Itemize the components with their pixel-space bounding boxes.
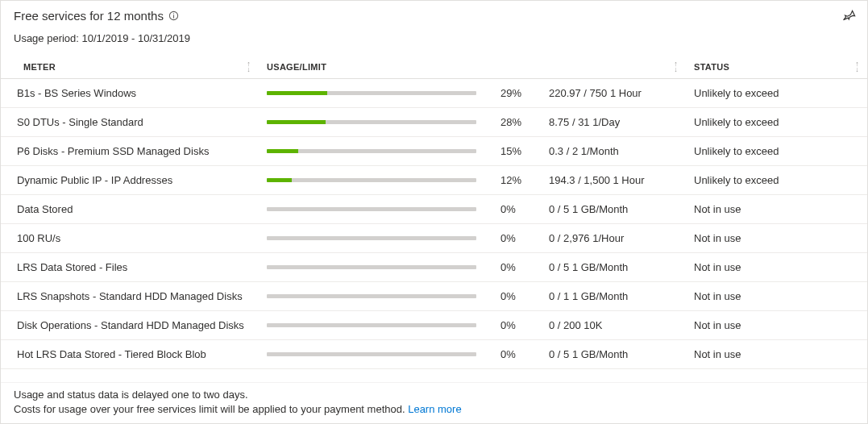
percent-cell: 0% [492, 340, 541, 369]
table-row: Disk Operations - Standard HDD Managed D… [1, 311, 867, 340]
column-label: Meter [23, 62, 56, 72]
progress-bar [267, 91, 476, 95]
column-header-meter[interactable]: Meter ↑↓ [1, 56, 259, 79]
table-row: LRS Data Stored - Files0%0 / 5 1 GB/Mont… [1, 253, 867, 282]
usage-cell: 220.97 / 750 1 Hour [541, 79, 686, 108]
progress-bar [267, 149, 476, 153]
svg-point-2 [173, 13, 174, 14]
progress-bar [267, 352, 476, 356]
footer-line1: Usage and status data is delayed one to … [14, 388, 854, 402]
progress-fill [267, 120, 326, 124]
table-row: LRS Snapshots - Standard HDD Managed Dis… [1, 282, 867, 311]
status-cell: Not in use [686, 224, 867, 253]
panel-header: Free services for 12 months Usage period… [1, 1, 867, 48]
percent-cell: 0% [492, 224, 541, 253]
table-row: P6 Disks - Premium SSD Managed Disks15%0… [1, 137, 867, 166]
meter-cell: Hot LRS Data Stored - Tiered Block Blob [1, 340, 259, 369]
percent-cell: 0% [492, 282, 541, 311]
progress-bar [267, 178, 476, 182]
table-row: Dynamic Public IP - IP Addresses12%194.3… [1, 166, 867, 195]
progress-bar [267, 120, 476, 124]
table-row: S0 DTUs - Single Standard28%8.75 / 31 1/… [1, 108, 867, 137]
progress-bar [267, 323, 476, 327]
learn-more-link[interactable]: Learn more [408, 403, 461, 415]
meter-cell: LRS Data Stored - Files [1, 253, 259, 282]
meter-cell: S0 DTUs - Single Standard [1, 108, 259, 137]
table-row: Hot LRS Data Stored - Tiered Block Blob0… [1, 340, 867, 369]
percent-cell: 0% [492, 311, 541, 340]
usage-period: Usage period: 10/1/2019 - 10/31/2019 [14, 32, 854, 44]
progress-fill [267, 91, 327, 95]
usage-cell: 0 / 5 1 GB/Month [541, 340, 686, 369]
status-cell: Not in use [686, 340, 867, 369]
meter-cell: P6 Disks - Premium SSD Managed Disks [1, 137, 259, 166]
usage-cell: 194.3 / 1,500 1 Hour [541, 166, 686, 195]
progress-cell [259, 166, 492, 195]
usage-cell: 0.3 / 2 1/Month [541, 137, 686, 166]
progress-bar [267, 236, 476, 240]
pin-icon[interactable] [843, 9, 856, 22]
meter-cell: Disk Operations - Standard HDD Managed D… [1, 311, 259, 340]
progress-cell [259, 137, 492, 166]
status-cell: Not in use [686, 253, 867, 282]
progress-cell [259, 340, 492, 369]
percent-cell: 15% [492, 137, 541, 166]
panel-footer: Usage and status data is delayed one to … [1, 382, 867, 423]
sort-icon: ↑↓ [855, 61, 859, 73]
percent-cell: 28% [492, 108, 541, 137]
progress-cell [259, 195, 492, 224]
status-cell: Unlikely to exceed [686, 166, 867, 195]
progress-cell [259, 282, 492, 311]
usage-cell: 0 / 5 1 GB/Month [541, 195, 686, 224]
progress-fill [267, 178, 292, 182]
progress-cell [259, 79, 492, 108]
progress-cell [259, 253, 492, 282]
progress-cell [259, 224, 492, 253]
footer-line2: Costs for usage over your free services … [14, 402, 854, 417]
table-row: Data Stored0%0 / 5 1 GB/MonthNot in use [1, 195, 867, 224]
status-cell: Not in use [686, 282, 867, 311]
footer-line2-text: Costs for usage over your free services … [14, 403, 408, 415]
progress-bar [267, 265, 476, 269]
meter-cell: LRS Snapshots - Standard HDD Managed Dis… [1, 282, 259, 311]
status-cell: Unlikely to exceed [686, 108, 867, 137]
column-header-status[interactable]: Status ↑↓ [686, 56, 867, 79]
progress-fill [267, 149, 298, 153]
column-label: Usage/Limit [267, 62, 326, 72]
meter-cell: Data Stored [1, 195, 259, 224]
column-label: Status [694, 62, 729, 72]
table-scroll-area[interactable]: Meter ↑↓ Usage/Limit ↑↓ Status ↑↓ B1s - … [1, 56, 867, 382]
column-header-usage-limit[interactable]: Usage/Limit ↑↓ [259, 56, 686, 79]
usage-cell: 0 / 200 10K [541, 311, 686, 340]
table-row: B1s - BS Series Windows29%220.97 / 750 1… [1, 79, 867, 108]
usage-table: Meter ↑↓ Usage/Limit ↑↓ Status ↑↓ B1s - … [1, 56, 867, 369]
usage-cell: 0 / 5 1 GB/Month [541, 253, 686, 282]
usage-cell: 8.75 / 31 1/Day [541, 108, 686, 137]
table-row: 100 RU/s0%0 / 2,976 1/HourNot in use [1, 224, 867, 253]
percent-cell: 0% [492, 195, 541, 224]
percent-cell: 12% [492, 166, 541, 195]
percent-cell: 0% [492, 253, 541, 282]
usage-cell: 0 / 1 1 GB/Month [541, 282, 686, 311]
status-cell: Not in use [686, 311, 867, 340]
panel-title: Free services for 12 months [14, 9, 164, 23]
meter-cell: 100 RU/s [1, 224, 259, 253]
meter-cell: Dynamic Public IP - IP Addresses [1, 166, 259, 195]
sort-icon: ↑↓ [674, 61, 678, 73]
progress-cell [259, 108, 492, 137]
usage-cell: 0 / 2,976 1/Hour [541, 224, 686, 253]
progress-bar [267, 207, 476, 211]
free-services-panel: Free services for 12 months Usage period… [0, 0, 868, 424]
info-icon[interactable] [168, 10, 179, 21]
status-cell: Unlikely to exceed [686, 137, 867, 166]
status-cell: Not in use [686, 195, 867, 224]
sort-icon: ↑↓ [247, 61, 251, 73]
progress-bar [267, 294, 476, 298]
meter-cell: B1s - BS Series Windows [1, 79, 259, 108]
progress-cell [259, 311, 492, 340]
status-cell: Unlikely to exceed [686, 79, 867, 108]
percent-cell: 29% [492, 79, 541, 108]
